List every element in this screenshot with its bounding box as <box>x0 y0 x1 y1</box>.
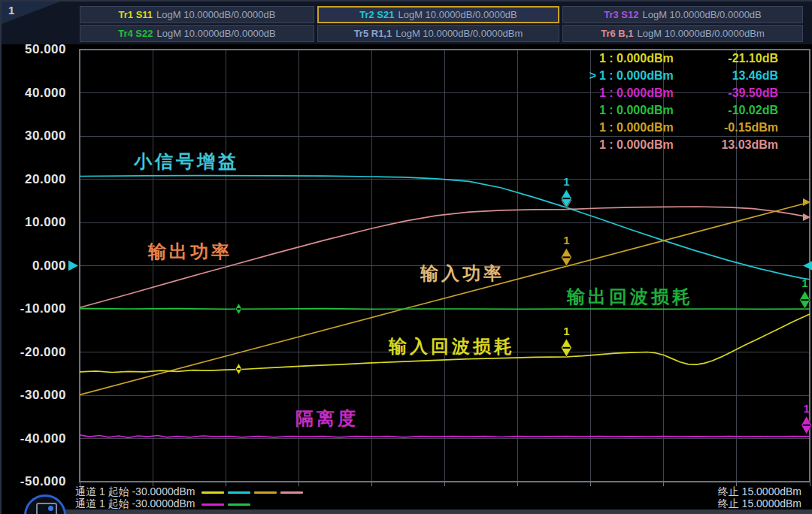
trace-id: Tr1 S11 <box>119 9 153 20</box>
bottom-edge-strip <box>45 509 812 514</box>
marker-number: 1 <box>804 402 810 415</box>
trace-color-swatch <box>228 503 250 506</box>
marker-value: 13.46dB <box>697 69 778 83</box>
marker-stimulus: 1 : 0.000dBm <box>596 104 697 117</box>
curve-label: 输出功率 <box>148 240 232 264</box>
trace-color-legend <box>201 491 307 494</box>
marker-stimulus: 1 : 0.000dBm <box>596 138 697 152</box>
trace-color-legend <box>201 503 254 506</box>
marker-readout-panel: 1 : 0.000dBm -21.10dB > 1 : 0.000dBm 13.… <box>583 50 778 153</box>
marker-value: -0.15dBm <box>697 121 778 135</box>
marker-value: -10.02dB <box>697 104 778 117</box>
trace-settings: LogM 10.0000dB/0.0000dB <box>398 9 517 20</box>
y-axis-label: -20.000 <box>2 345 66 360</box>
marker-stimulus: 1 : 0.000dBm <box>596 52 697 65</box>
y-axis-label: 0.000 <box>2 259 66 274</box>
marker-value: -39.50dB <box>697 86 778 100</box>
channel-badge-label: 1 <box>8 4 14 17</box>
curve-label: 输入功率 <box>420 262 504 286</box>
marker-readout-row-tr3: 1 : 0.000dBm -39.50dB <box>583 84 778 101</box>
curve-label: 小信号增益 <box>134 150 239 174</box>
trace-color-swatch <box>201 491 224 494</box>
y-axis-label: -50.000 <box>2 474 66 489</box>
trace-settings: LogM 10.0000dB/0.0000dBm <box>638 28 765 39</box>
trace-settings: LogM 10.0000dB/0.0000dB <box>156 9 275 20</box>
marker-stimulus: 1 : 0.000dBm <box>596 86 697 100</box>
marker-number: 1 <box>801 277 807 289</box>
marker-stimulus: 1 : 0.000dBm <box>596 121 697 135</box>
y-axis-label: -40.000 <box>2 431 66 446</box>
marker-readout-row-tr1: 1 : 0.000dBm -21.10dB <box>583 50 778 67</box>
active-marker-indicator: > <box>584 69 596 83</box>
vna-screen: 11111 1 Tr1 S11 LogM 10.0000dB/0.0000dB … <box>0 0 812 514</box>
marker-number: 1 <box>563 325 569 337</box>
reference-level-triangle-left <box>68 261 78 271</box>
y-axis-label: 20.000 <box>2 172 66 187</box>
trace-s22-output-return-loss <box>80 308 810 309</box>
y-axis-label: 50.000 <box>2 42 66 57</box>
marker-value: -21.10dB <box>697 52 778 65</box>
trace-button-tr3-s12[interactable]: Tr3 S12 LogM 10.0000dB/0.0000dB <box>562 6 803 23</box>
marker-stimulus: 1 : 0.000dBm <box>596 69 697 83</box>
trace-button-tr5-r11[interactable]: Tr5 R1,1 LogM 10.0000dB/0.0000dBm <box>317 25 559 42</box>
trace-button-tr1-s11[interactable]: Tr1 S11 LogM 10.0000dB/0.0000dB <box>80 6 314 23</box>
trace-button-tr4-s22[interactable]: Tr4 S22 LogM 10.0000dB/0.0000dB <box>80 25 314 42</box>
trace-id: Tr3 S12 <box>604 9 638 20</box>
trace-id: Tr6 B,1 <box>601 28 633 39</box>
marker-readout-row-tr5: 1 : 0.000dBm -0.15dBm <box>583 119 778 136</box>
marker-readout-row-tr2: > 1 : 0.000dBm 13.46dB <box>583 67 778 84</box>
trace-id: Tr4 S22 <box>118 28 153 39</box>
y-axis-label: 30.000 <box>2 128 66 144</box>
curve-label: 输入回波损耗 <box>389 334 515 358</box>
trace-button-tr2-s21[interactable]: Tr2 S21 LogM 10.0000dB/0.0000dB <box>317 6 559 23</box>
y-axis-label: 10.000 <box>2 215 66 230</box>
camera-icon <box>36 503 57 514</box>
trace-button-tr6-b1[interactable]: Tr6 B,1 LogM 10.0000dB/0.0000dBm <box>562 25 803 42</box>
curve-label: 隔离度 <box>295 407 359 431</box>
y-axis-label: -10.000 <box>2 301 66 316</box>
reference-level-triangle-right <box>803 261 812 271</box>
trace-color-swatch <box>280 491 303 494</box>
trace-color-swatch <box>201 503 224 506</box>
y-axis-label: -30.000 <box>2 388 66 403</box>
trace-id: Tr2 S21 <box>359 9 394 20</box>
marker-readout-row-tr6: 1 : 0.000dBm 13.03dBm <box>583 136 778 153</box>
trace-settings: LogM 10.0000dB/0.0000dB <box>642 9 761 20</box>
trace-color-swatch <box>254 491 277 494</box>
trace-settings: LogM 10.0000dB/0.0000dBm <box>395 28 523 39</box>
trace-color-swatch <box>228 491 250 494</box>
marker-number: 1 <box>563 175 569 188</box>
y-axis-label: 40.000 <box>2 86 66 101</box>
marker-number: 1 <box>563 234 569 246</box>
trace-settings: LogM 10.0000dB/0.0000dB <box>156 28 275 39</box>
marker-readout-row-tr4: 1 : 0.000dBm -10.02dB <box>583 101 778 119</box>
trace-id: Tr5 R1,1 <box>354 28 392 39</box>
curve-label: 输出回波损耗 <box>567 285 693 309</box>
marker-value: 13.03dBm <box>697 138 778 152</box>
